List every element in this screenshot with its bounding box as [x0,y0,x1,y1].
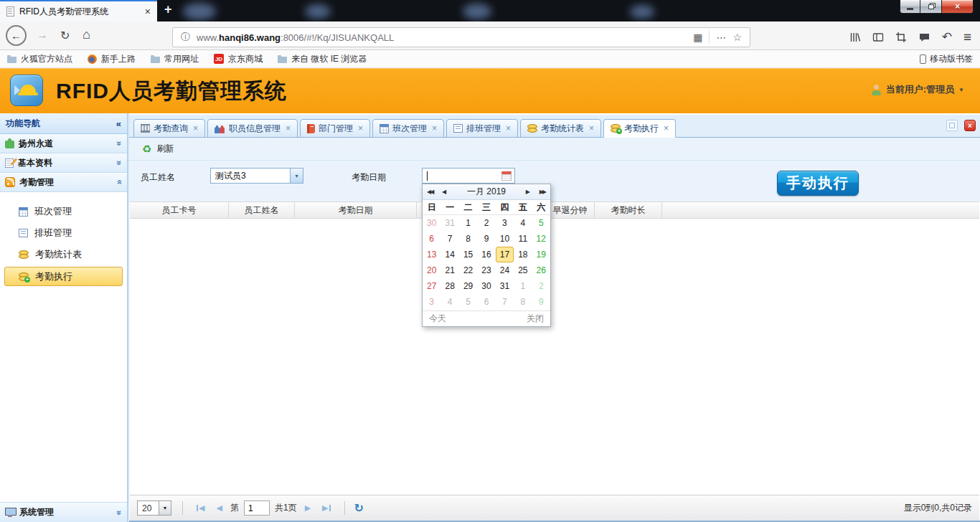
calendar-day[interactable]: 1 [514,278,532,294]
calendar-day[interactable]: 28 [440,278,458,294]
calendar-day[interactable]: 25 [514,262,532,278]
previous-page-button[interactable]: ◀ [216,503,222,513]
calendar-close-button[interactable]: 关闭 [527,313,544,325]
attendance-date-input[interactable] [422,168,515,184]
calendar-today-button[interactable]: 今天 [429,313,446,325]
calendar-day[interactable]: 18 [514,247,532,262]
bookmark-star-icon[interactable]: ☆ [732,32,742,43]
calendar-day[interactable]: 4 [514,215,532,231]
reload-grid-button[interactable]: ↻ [354,501,364,515]
site-info-icon[interactable]: ⓘ [181,31,190,44]
sidebar-group-basic-data[interactable]: 基本资料 » [0,153,127,173]
window-close-button[interactable]: × [941,0,974,14]
calendar-day[interactable]: 31 [496,278,514,294]
calendar-day[interactable]: 22 [459,262,477,278]
screenshot-icon[interactable] [895,32,907,43]
tab-schedule-management[interactable]: 排班管理 × [446,119,518,138]
new-tab-button[interactable]: + [164,2,172,17]
page-actions-icon[interactable]: ⋯ [716,32,726,43]
calendar-day[interactable]: 26 [532,262,550,278]
calendar-day[interactable]: 3 [423,294,440,310]
tab-close-icon[interactable]: × [432,123,437,133]
qr-code-icon[interactable]: ▦ [693,32,702,43]
tab-close-icon[interactable]: × [506,123,511,133]
sidebar-group-yangzhou[interactable]: 扬州永道 » [0,134,127,153]
calendar-day[interactable]: 3 [496,215,514,231]
calendar-day[interactable]: 5 [459,294,477,310]
browser-tab-close-icon[interactable]: × [145,6,151,16]
calendar-day[interactable]: 27 [423,278,440,294]
sidebar-group-attendance[interactable]: 考勤管理 » [0,173,127,192]
window-restore-button[interactable] [920,0,941,14]
calendar-day[interactable]: 2 [532,278,550,294]
browser-tab[interactable]: RFID人员考勤管理系统 × [0,0,157,22]
sidebar-group-system[interactable]: 系统管理 » [0,502,127,522]
calendar-day[interactable]: 24 [496,262,514,278]
calendar-day[interactable]: 11 [514,231,532,247]
bookmark-item[interactable]: 常用网址 [151,53,199,65]
bookmark-item[interactable]: JD京东商城 [214,53,263,65]
page-size-select[interactable]: 20 ▼ [137,500,171,516]
bookmark-item[interactable]: 新手上路 [88,53,136,65]
bookmark-item[interactable]: 来自 微软 IE 浏览器 [278,53,367,65]
tab-staff-info[interactable]: 职员信息管理 × [207,119,298,138]
calendar-day[interactable]: 2 [477,215,495,231]
bookmark-item[interactable]: 火狐官方站点 [7,53,72,65]
calendar-day[interactable]: 29 [459,278,477,294]
sidebar-item-attendance-statistics[interactable]: 考勤统计表 [0,244,127,265]
sidebar-item-schedule-management[interactable]: 排班管理 [0,222,127,244]
calendar-picker-icon[interactable] [501,171,512,181]
calendar-day[interactable]: 8 [459,231,477,247]
previous-month-button[interactable]: ◀ [442,189,445,195]
mobile-bookmarks[interactable]: 移动版书签 [920,53,973,65]
tab-attendance-statistics[interactable]: 考勤统计表 × [520,119,601,138]
maximize-panel-icon[interactable] [946,120,958,131]
home-button[interactable]: ⌂ [83,27,90,42]
column-header-attendance-date[interactable]: 考勤日期 [295,202,417,218]
calendar-month-title[interactable]: 一月 2019 [467,186,506,198]
column-header-employee-name[interactable]: 员工姓名 [229,202,295,218]
current-user-menu[interactable]: 当前用户:管理员 ▼ [871,83,964,96]
calendar-day[interactable]: 7 [496,294,514,310]
last-page-button[interactable]: ▶ [322,503,330,513]
tab-shift-management[interactable]: 班次管理 × [372,119,444,138]
column-header-card-number[interactable]: 员工卡号 [130,202,229,218]
reload-button[interactable]: ↻ [60,29,70,42]
tab-close-icon[interactable]: × [664,123,669,133]
tab-close-icon[interactable]: × [589,123,594,133]
url-text[interactable]: www.hanqi86.wang:8006/#!/Kq/JISUANKQALL [197,32,687,43]
tab-close-icon[interactable]: × [286,123,291,133]
chat-icon[interactable] [918,32,930,43]
manual-execute-button[interactable]: 手动执行 [777,171,859,196]
sidebar-item-shift-management[interactable]: 班次管理 [0,201,127,222]
sidebar-item-attendance-execute[interactable]: + 考勤执行 [4,267,123,286]
calendar-day[interactable]: 19 [532,247,550,262]
collapse-sidebar-icon[interactable]: « [116,118,121,129]
calendar-day[interactable]: 15 [459,247,477,262]
url-bar[interactable]: ⓘ www.hanqi86.wang:8006/#!/Kq/JISUANKQAL… [172,27,750,47]
calendar-day[interactable]: 6 [477,294,495,310]
sidebar-toggle-icon[interactable] [872,32,884,43]
close-panel-icon[interactable]: × [964,120,976,131]
calendar-day[interactable]: 9 [477,231,495,247]
tab-close-icon[interactable]: × [358,123,363,133]
tab-attendance-query[interactable]: 考勤查询 × [133,119,205,138]
window-minimize-button[interactable] [900,0,920,14]
calendar-day[interactable]: 30 [477,278,495,294]
column-header-early-leave-minutes[interactable]: 早退分钟 [546,202,595,218]
calendar-day[interactable]: 20 [423,262,440,278]
calendar-day[interactable]: 21 [440,262,458,278]
tab-attendance-execute[interactable]: + 考勤执行 × [603,119,676,138]
calendar-day[interactable]: 30 [423,215,440,231]
next-month-button[interactable]: ▶ [526,189,529,195]
previous-year-button[interactable]: ◀◀ [427,189,433,195]
calendar-day[interactable]: 4 [440,294,458,310]
first-page-button[interactable]: ◀ [197,503,204,513]
calendar-day[interactable]: 5 [532,215,550,231]
employee-select[interactable]: 测试员3 ▾ [210,168,303,184]
forward-button[interactable]: → [37,29,48,42]
next-page-button[interactable]: ▶ [305,503,311,513]
calendar-day[interactable]: 14 [440,247,458,262]
hamburger-menu-icon[interactable]: ≡ [963,30,971,44]
undo-icon[interactable]: ↶ [942,29,952,44]
